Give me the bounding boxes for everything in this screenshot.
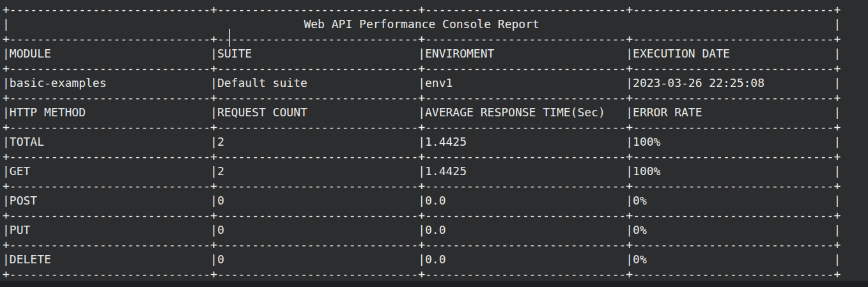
put-request-count: 0 xyxy=(217,222,418,237)
method-row-get: |GET|2|1.4425|100%| xyxy=(3,164,868,178)
border-pipe: | xyxy=(3,105,10,120)
border-pipe: | xyxy=(833,46,841,61)
header-http-method: HTTP METHOD xyxy=(10,105,210,120)
border-pipe: | xyxy=(626,164,633,178)
value-suite: Default suite xyxy=(217,75,418,90)
border-pipe: | xyxy=(626,222,633,237)
border-pipe: | xyxy=(3,222,10,237)
border-pipe: | xyxy=(418,164,425,178)
method-row-total: |TOTAL|2|1.4425|100%| xyxy=(3,134,868,149)
border-pipe: | xyxy=(418,193,425,208)
methods-header-row: |HTTP METHOD|REQUEST COUNT|AVERAGE RESPO… xyxy=(3,105,868,120)
border-pipe: | xyxy=(210,222,217,237)
method-row-post: |POST|0|0.0|0%| xyxy=(3,193,868,208)
border-pipe: | xyxy=(3,134,10,149)
put-avg-response-time: 0.0 xyxy=(425,222,626,237)
table-divider: +-----------------------------+---------… xyxy=(3,237,868,252)
table-divider: +-----------------------------+---------… xyxy=(3,178,868,193)
post-error-rate: 0% xyxy=(633,193,833,208)
total-request-count: 2 xyxy=(217,134,418,149)
value-module: basic-examples xyxy=(10,75,210,90)
header-avg-response-time: AVERAGE RESPONSE TIME(Sec) xyxy=(425,105,626,120)
suite-data-row: |basic-examples|Default suite|env1|2023-… xyxy=(3,75,868,90)
post-request-count: 0 xyxy=(217,193,418,208)
header-execution-date: EXECUTION DATE xyxy=(633,46,833,61)
border-pipe: | xyxy=(626,75,633,90)
border-pipe: | xyxy=(833,134,841,149)
border-pipe: | xyxy=(3,252,10,267)
text-cursor xyxy=(229,29,230,47)
border-pipe: | xyxy=(210,252,217,267)
put-error-rate: 0% xyxy=(633,222,833,237)
table-border-top: +-----------------------------+---------… xyxy=(3,2,868,17)
header-module: MODULE xyxy=(10,46,210,61)
total-avg-response-time: 1.4425 xyxy=(425,134,626,149)
border-pipe: | xyxy=(210,164,217,178)
border-pipe: | xyxy=(626,193,633,208)
table-divider: +-----------------------------+---------… xyxy=(3,61,868,75)
header-environment: ENVIROMENT xyxy=(425,46,626,61)
put-method: PUT xyxy=(10,222,210,237)
delete-avg-response-time: 0.0 xyxy=(425,252,626,267)
get-request-count: 2 xyxy=(217,164,418,178)
border-pipe: | xyxy=(833,17,841,31)
get-error-rate: 100% xyxy=(633,164,833,178)
table-divider: +-----------------------------+---------… xyxy=(3,208,868,222)
table-divider: +-----------------------------+---------… xyxy=(3,149,868,164)
terminal-output[interactable]: +-----------------------------+---------… xyxy=(0,0,868,281)
border-pipe: | xyxy=(3,17,10,31)
border-pipe: | xyxy=(833,193,841,208)
total-error-rate: 100% xyxy=(633,134,833,149)
report-title: Web API Performance Console Report xyxy=(10,17,834,31)
border-pipe: | xyxy=(3,46,10,61)
report-title-row: |Web API Performance Console Report| xyxy=(3,17,868,31)
border-pipe: | xyxy=(3,75,10,90)
border-pipe: | xyxy=(3,193,10,208)
header-suite: SUITE xyxy=(217,46,418,61)
header-error-rate: ERROR RATE xyxy=(633,105,833,120)
suite-header-row: |MODULE|SUITE|ENVIROMENT|EXECUTION DATE| xyxy=(3,46,868,61)
method-row-delete: |DELETE|0|0.0|0%| xyxy=(3,252,868,267)
border-pipe: | xyxy=(833,164,841,178)
border-pipe: | xyxy=(210,134,217,149)
table-divider: +-----------------------------+---------… xyxy=(3,31,868,46)
border-pipe: | xyxy=(210,105,217,120)
border-pipe: | xyxy=(418,75,425,90)
table-border-bottom: +-----------------------------+---------… xyxy=(3,267,868,281)
border-pipe: | xyxy=(833,105,841,120)
border-pipe: | xyxy=(833,222,841,237)
border-pipe: | xyxy=(626,134,633,149)
header-request-count: REQUEST COUNT xyxy=(217,105,418,120)
total-method: TOTAL xyxy=(10,134,210,149)
delete-method: DELETE xyxy=(10,252,210,267)
post-method: POST xyxy=(10,193,210,208)
border-pipe: | xyxy=(833,75,841,90)
delete-error-rate: 0% xyxy=(633,252,833,267)
border-pipe: | xyxy=(626,252,633,267)
delete-request-count: 0 xyxy=(217,252,418,267)
border-pipe: | xyxy=(418,46,425,61)
table-divider: +-----------------------------+---------… xyxy=(3,90,868,105)
value-execution-date: 2023-03-26 22:25:08 xyxy=(633,75,833,90)
get-avg-response-time: 1.4425 xyxy=(425,164,626,178)
border-pipe: | xyxy=(833,252,841,267)
border-pipe: | xyxy=(210,193,217,208)
get-method: GET xyxy=(10,164,210,178)
value-environment: env1 xyxy=(425,75,626,90)
border-pipe: | xyxy=(3,164,10,178)
border-pipe: | xyxy=(626,105,633,120)
method-row-put: |PUT|0|0.0|0%| xyxy=(3,222,868,237)
border-pipe: | xyxy=(210,75,217,90)
border-pipe: | xyxy=(626,46,633,61)
border-pipe: | xyxy=(418,252,425,267)
border-pipe: | xyxy=(210,46,217,61)
post-avg-response-time: 0.0 xyxy=(425,193,626,208)
border-pipe: | xyxy=(418,105,425,120)
window-bottom-strip xyxy=(0,281,868,287)
border-pipe: | xyxy=(418,134,425,149)
border-pipe: | xyxy=(418,222,425,237)
table-divider: +-----------------------------+---------… xyxy=(3,120,868,134)
